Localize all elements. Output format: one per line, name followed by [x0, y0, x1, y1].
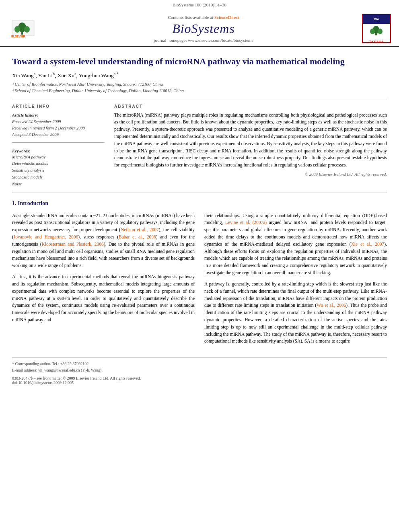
- main-content-area: Toward a system-level understanding of m…: [0, 56, 399, 349]
- svg-text:Bio: Bio: [374, 17, 379, 21]
- affiliation-b: ᵇ School of Chemical Engineering, Dalian…: [12, 88, 387, 94]
- author-yan-li: Yan Lib: [38, 72, 55, 78]
- author-xue-xu: Xue Xua: [58, 72, 76, 78]
- keyword-4: Stochastic models: [12, 174, 105, 181]
- article-info-heading: ARTICLE INFO: [12, 104, 105, 109]
- copyright-line: © 2009 Elsevier Ireland Ltd. All rights …: [114, 172, 387, 177]
- elsevier-logo-icon: ELSEVIER: [10, 18, 54, 39]
- intro-para-1: As single-stranded RNA molecules contain…: [12, 212, 195, 270]
- badge-systems-label: Systems: [370, 39, 384, 43]
- footer-notes: * Corresponding author. Tel.: +86 29 870…: [12, 361, 387, 374]
- ref-kloosterman[interactable]: Kloosterman and Plasterk, 2006: [42, 242, 104, 246]
- keyword-5: Noise: [12, 181, 105, 188]
- journal-name-title: BioSystems: [56, 21, 351, 36]
- intro-body-columns: As single-stranded RNA molecules contain…: [12, 212, 387, 349]
- abstract-heading: ABSTRACT: [114, 104, 387, 109]
- footer-legal: 0303-2647/$ – see front matter © 2009 El…: [12, 376, 387, 385]
- contents-available-text: Contents lists available at ScienceDirec…: [56, 15, 351, 20]
- keyword-1: MicroRNA pathway: [12, 154, 105, 161]
- intro-para-2: At first, it is the advance in experimen…: [12, 273, 195, 324]
- introduction-section: 1. Introduction As single-stranded RNA m…: [12, 200, 387, 349]
- intro-right-column: their relationships. Using a simple quan…: [204, 212, 387, 349]
- ref-xie[interactable]: Xie et al., 2007: [351, 242, 385, 246]
- intro-left-column: As single-stranded RNA molecules contain…: [12, 212, 195, 349]
- intro-heading: 1. Introduction: [12, 200, 387, 207]
- svg-point-11: [378, 29, 383, 34]
- revised-date: Received in revised form 2 December 2009: [12, 126, 85, 130]
- authors-line: Xia Wanga, Yan Lib, Xue Xua, Yong-hua Wa…: [12, 72, 387, 79]
- svg-text:ELSEVIER: ELSEVIER: [11, 35, 25, 38]
- received-date: Received 24 September 2009: [12, 119, 61, 124]
- header-divider: [12, 99, 387, 99]
- sciencedirect-link[interactable]: ScienceDirect: [214, 15, 239, 20]
- ref-levine[interactable]: Levine et al. (2007a): [225, 220, 267, 225]
- affiliation-a: ᵃ Center of Bioinformatics, Northwest A&…: [12, 81, 387, 88]
- badge-top-label: Bio: [363, 14, 390, 24]
- keywords-label: Keywords:: [12, 149, 31, 153]
- article-info-column: ARTICLE INFO Article history: Received 2…: [12, 104, 105, 188]
- author-yonghua-wang: Yong-hua Wanga,*: [79, 72, 119, 78]
- info-abstract-columns: ARTICLE INFO Article history: Received 2…: [12, 104, 387, 188]
- affiliations-block: ᵃ Center of Bioinformatics, Northwest A&…: [12, 81, 387, 94]
- svg-point-4: [24, 26, 30, 33]
- svg-point-3: [14, 26, 20, 33]
- accepted-date: Accepted 3 December 2009: [12, 132, 59, 137]
- journal-header: ELSEVIER Contents lists available at Sci…: [0, 9, 399, 47]
- abstract-text: The microRNA (miRNA) pathway plays multi…: [114, 112, 387, 169]
- doi-line: doi:10.1016/j.biosystems.2009.12.005: [12, 380, 387, 385]
- history-label: Article history:: [12, 113, 38, 117]
- biosystems-badge-area: Bio Systems: [351, 14, 391, 43]
- citation-text: BioSystems 100 (2010) 31–38: [173, 2, 226, 7]
- intro-para-4: A pathway is, generally, controlled by a…: [204, 281, 387, 345]
- svg-point-10: [370, 29, 375, 34]
- elsevier-logo-area: ELSEVIER: [8, 18, 56, 39]
- page-footer: * Corresponding author. Tel.: +86 29 870…: [12, 357, 387, 390]
- ref-neilson[interactable]: Neilson et al., 2007: [121, 227, 159, 232]
- ref-babar[interactable]: Babar et al., 2008: [119, 234, 156, 239]
- keyword-2: Deterministic models: [12, 160, 105, 167]
- article-title: Toward a system-level understanding of m…: [12, 56, 387, 68]
- ref-jovanovic[interactable]: Jovanovic and Hengartner, 2006: [14, 234, 78, 239]
- email-note: E-mail address: yh_wang@nwsuaf.edu.cn (Y…: [12, 367, 387, 374]
- abstract-column: ABSTRACT The microRNA (miRNA) pathway pl…: [114, 104, 387, 188]
- keywords-block: Keywords: MicroRNA pathway Deterministic…: [12, 148, 105, 188]
- journal-homepage-text: journal homepage: www.elsevier.com/locat…: [56, 38, 351, 43]
- badge-tree-icon: [368, 25, 385, 38]
- intro-para-3: their relationships. Using a simple quan…: [204, 212, 387, 277]
- article-history-block: Article history: Received 24 September 2…: [12, 112, 105, 138]
- corresponding-author-note: * Corresponding author. Tel.: +86 29 870…: [12, 361, 387, 367]
- body-divider: [12, 193, 387, 193]
- issn-line: 0303-2647/$ – see front matter © 2009 El…: [12, 376, 387, 380]
- biosystems-badge: Bio Systems: [362, 14, 391, 43]
- journal-title-area: Contents lists available at ScienceDirec…: [56, 15, 351, 43]
- ref-wu[interactable]: Wu et al., 2006: [317, 303, 346, 308]
- keyword-3: Sensitivity analysis: [12, 167, 105, 174]
- journal-citation: BioSystems 100 (2010) 31–38: [0, 0, 399, 9]
- author-xia-wang: Xia Wanga: [12, 72, 35, 78]
- keywords-divider: [12, 142, 105, 143]
